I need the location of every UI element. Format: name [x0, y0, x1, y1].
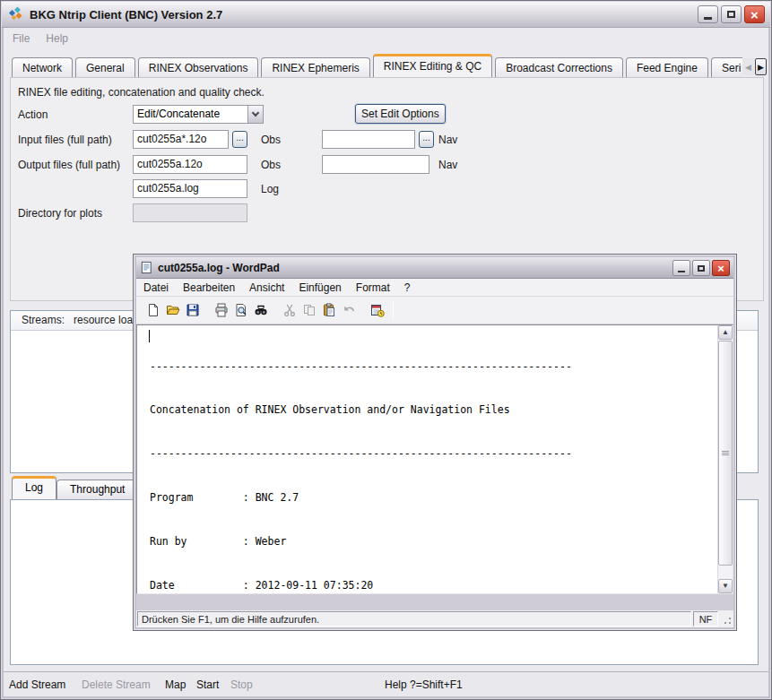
- input-obs-browse-button[interactable]: ...: [232, 131, 247, 148]
- minimize-button[interactable]: [698, 5, 718, 23]
- chevron-down-icon: [252, 109, 259, 117]
- input-obs-field[interactable]: cut0255a*.12o: [133, 130, 229, 149]
- wordpad-statusbar: Drücken Sie F1, um die Hilfe aufzurufen.…: [136, 610, 733, 627]
- wordpad-close-button[interactable]: ×: [712, 260, 730, 276]
- maximize-icon: [698, 265, 705, 272]
- wordpad-maximize-button[interactable]: [692, 260, 710, 276]
- output-files-label: Output files (full path): [18, 159, 120, 171]
- save-icon[interactable]: [183, 302, 203, 318]
- wordpad-document-icon: [140, 261, 153, 274]
- help-shortcut-label: Help ?=Shift+F1: [385, 678, 463, 691]
- maximize-icon: [727, 11, 735, 18]
- wordpad-window: cut0255a.log - WordPad × Datei Bearbeite…: [133, 254, 737, 631]
- tab-scroll-left-icon[interactable]: ◀: [742, 58, 754, 75]
- tab-log[interactable]: Log: [12, 476, 56, 499]
- close-button[interactable]: ×: [744, 5, 765, 23]
- vertical-scrollbar[interactable]: ▲ ▼: [717, 325, 733, 593]
- bnc-tabbar: Network General RINEX Observations RINEX…: [12, 54, 742, 78]
- log-line: ----------------------------------------…: [150, 359, 717, 374]
- output-obs-field[interactable]: cut0255a.12o: [133, 155, 247, 174]
- scroll-up-icon[interactable]: ▲: [718, 325, 733, 340]
- input-files-label: Input files (full path): [18, 134, 112, 146]
- log-line: Program : BNC 2.7: [150, 490, 717, 505]
- input-nav-browse-button[interactable]: ...: [419, 131, 434, 148]
- wordpad-titlebar[interactable]: cut0255a.log - WordPad ×: [136, 257, 733, 279]
- menu-bearbeiten[interactable]: Bearbeiten: [176, 280, 242, 296]
- action-value: Edit/Concatenate: [137, 108, 220, 120]
- window-title: BKG Ntrip Client (BNC) Version 2.7: [30, 8, 222, 22]
- tab-rinex-observations[interactable]: RINEX Observations: [138, 57, 259, 78]
- tab-rinex-ephemeris[interactable]: RINEX Ephemeris: [261, 57, 369, 78]
- new-file-icon[interactable]: [143, 302, 163, 318]
- combo-dropdown-button[interactable]: [247, 106, 263, 123]
- menu-ansicht[interactable]: Ansicht: [242, 280, 291, 296]
- tab-network[interactable]: Network: [12, 57, 73, 78]
- tab-feed-engine[interactable]: Feed Engine: [626, 57, 708, 78]
- stop-button[interactable]: Stop: [230, 678, 253, 691]
- text-cursor: [149, 330, 150, 342]
- log-line: Run by : Weber: [150, 534, 717, 549]
- undo-icon[interactable]: [339, 302, 359, 318]
- print-icon[interactable]: [212, 302, 231, 318]
- tab-throughput[interactable]: Throughput: [56, 480, 138, 499]
- menu-format[interactable]: Format: [349, 280, 397, 296]
- output-log-tag: Log: [261, 183, 279, 195]
- find-icon[interactable]: [251, 302, 271, 318]
- tab-scroll-right-icon[interactable]: ▶: [755, 58, 767, 75]
- bottom-action-bar: Add Stream Delete Stream Map Start Stop …: [4, 671, 768, 696]
- open-file-icon[interactable]: [163, 302, 183, 318]
- tab-rinex-editing-qc[interactable]: RINEX Editing & QC: [373, 54, 492, 78]
- bottom-tabbar: Log Throughput: [12, 476, 138, 499]
- log-line: Concatenation of RINEX Observation and/o…: [150, 402, 717, 417]
- cut-icon[interactable]: [280, 302, 299, 318]
- log-file-content[interactable]: ----------------------------------------…: [137, 325, 717, 593]
- map-button[interactable]: Map: [165, 678, 186, 691]
- menu-help[interactable]: Help: [38, 30, 76, 47]
- wordpad-menubar: Datei Bearbeiten Ansicht Einfügen Format…: [136, 279, 733, 297]
- wordpad-document-area[interactable]: ----------------------------------------…: [136, 324, 733, 594]
- resize-grip[interactable]: [720, 611, 733, 627]
- status-message: Drücken Sie F1, um die Hilfe aufzurufen.: [137, 611, 691, 627]
- panel-description: RINEX file editing, concatenation and qu…: [18, 86, 265, 99]
- delete-stream-button[interactable]: Delete Stream: [82, 678, 151, 691]
- wordpad-toolbar: [136, 297, 733, 324]
- scrollbar-thumb[interactable]: [718, 341, 733, 566]
- input-nav-tag: Nav: [438, 134, 457, 146]
- wordpad-minimize-button[interactable]: [672, 260, 690, 276]
- action-combobox[interactable]: Edit/Concatenate: [133, 105, 264, 124]
- menu-hilfe[interactable]: ?: [397, 280, 418, 296]
- thumb-grip: [722, 451, 729, 455]
- copy-icon[interactable]: [299, 302, 319, 318]
- set-edit-options-button[interactable]: Set Edit Options: [355, 104, 446, 124]
- paste-icon[interactable]: [319, 302, 339, 318]
- plots-dir-label: Directory for plots: [18, 207, 102, 220]
- maximize-button[interactable]: [721, 5, 742, 23]
- start-button[interactable]: Start: [196, 678, 219, 691]
- plots-dir-field: [133, 203, 247, 222]
- output-nav-field[interactable]: [322, 155, 429, 174]
- bnc-titlebar[interactable]: BKG Ntrip Client (BNC) Version 2.7 ×: [2, 2, 770, 28]
- close-icon: ×: [717, 263, 724, 274]
- minimize-icon: [678, 271, 685, 272]
- tab-broadcast-corrections[interactable]: Broadcast Corrections: [495, 57, 623, 78]
- tab-general[interactable]: General: [75, 57, 135, 78]
- scroll-down-icon[interactable]: ▼: [718, 579, 733, 593]
- print-preview-icon[interactable]: [231, 302, 251, 318]
- log-line: Date : 2012-09-11 07:35:20: [150, 578, 717, 592]
- menu-file[interactable]: File: [4, 30, 38, 47]
- log-line: ----------------------------------------…: [150, 446, 717, 461]
- close-icon: ×: [750, 8, 759, 22]
- output-log-field[interactable]: cut0255a.log: [133, 179, 247, 198]
- minimize-icon: [704, 17, 712, 20]
- input-nav-field[interactable]: [322, 130, 415, 149]
- add-stream-button[interactable]: Add Stream: [9, 678, 65, 691]
- menu-datei[interactable]: Datei: [136, 280, 176, 296]
- output-obs-tag: Obs: [261, 159, 281, 171]
- action-label: Action: [18, 108, 48, 121]
- tab-serial[interactable]: Seri: [711, 57, 742, 78]
- output-nav-tag: Nav: [438, 159, 457, 171]
- wordpad-title: cut0255a.log - WordPad: [158, 262, 280, 274]
- insert-datetime-icon[interactable]: [368, 302, 387, 318]
- menu-einfuegen[interactable]: Einfügen: [291, 280, 348, 296]
- status-nf-indicator: NF: [693, 611, 718, 627]
